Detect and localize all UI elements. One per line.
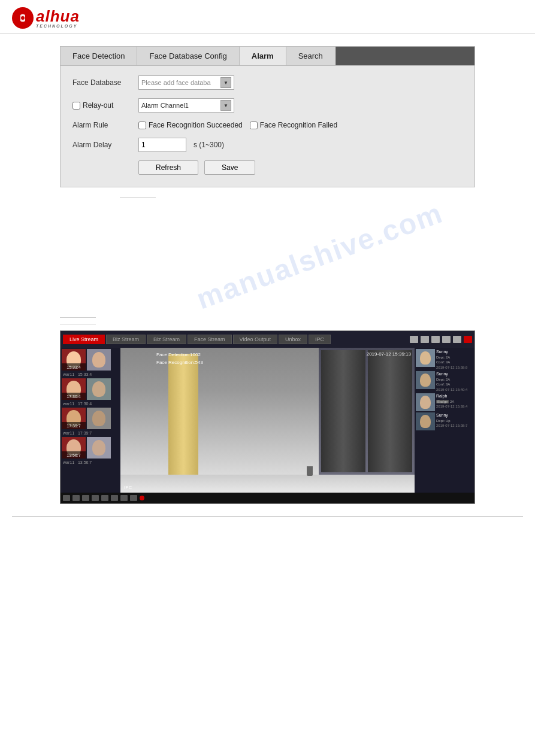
face-database-control: Please add face databa xyxy=(138,75,234,90)
status-icon-8 xyxy=(130,495,137,501)
right-face-info-3: Ralph Badge 2A 2019-07-12 15:39:4 xyxy=(436,393,467,409)
camera-door xyxy=(319,348,415,475)
relay-out-control: Alarm Channel1 xyxy=(138,98,234,113)
tab-face-database-config[interactable]: Face Database Config xyxy=(137,47,239,65)
toolbar-icon-1[interactable] xyxy=(410,336,418,343)
camera-timestamp: 2019-07-12 15:39:13 xyxy=(367,351,411,357)
alarm-delay-input[interactable] xyxy=(138,138,186,152)
face-recognition-failed-label[interactable]: Face Recognition Failed xyxy=(250,121,337,129)
tab-search[interactable]: Search xyxy=(286,47,335,65)
face-database-row: Face Database Please add face databa xyxy=(72,75,463,90)
camera-label: IPC xyxy=(124,485,132,490)
toolbar-icon-2[interactable] xyxy=(421,336,429,343)
relay-out-dropdown-arrow[interactable] xyxy=(220,100,231,111)
relay-out-label: Relay-out xyxy=(83,101,113,110)
camera-pillar xyxy=(168,354,198,487)
relay-out-checkbox[interactable] xyxy=(72,102,80,110)
face-recognition-succeeded-label[interactable]: Face Recognition Succeeded xyxy=(138,121,243,129)
button-row: Refresh Save xyxy=(72,160,463,175)
divider-line-3 xyxy=(60,324,96,324)
toolbar-icons xyxy=(410,336,472,343)
sw-tab-live-stream[interactable]: Live Stream xyxy=(63,335,105,344)
right-face-detail-3: Badge 2A xyxy=(436,399,467,404)
bottom-divider xyxy=(12,516,523,517)
sw-tab-ipc[interactable]: IPC xyxy=(309,335,331,344)
sw-statusbar xyxy=(61,493,474,503)
sw-tab-biz-stream-2[interactable]: Biz Stream xyxy=(147,335,186,344)
relay-out-checkbox-label[interactable]: Relay-out xyxy=(72,101,113,110)
sw-tab-biz-stream-1[interactable]: Biz Stream xyxy=(106,335,146,344)
face-recognition-succeeded-text: Face Recognition Succeeded xyxy=(149,121,243,129)
face-recognition-failed-text: Face Recognition Failed xyxy=(260,121,337,129)
alarm-delay-row: Alarm Delay s (1~300) xyxy=(72,138,463,152)
toolbar-icon-4[interactable] xyxy=(442,336,451,343)
logo-sub-text: TECHNOLOGY xyxy=(36,24,80,28)
logo-text: alhua TECHNOLOGY xyxy=(36,8,80,28)
status-icon-7 xyxy=(120,495,128,501)
face-recognition-succeeded-checkbox[interactable] xyxy=(138,122,146,129)
face-item-1: 15:33:4 xyxy=(62,349,119,371)
right-face-time-3: 2019-07-12 15:39:4 xyxy=(436,404,467,409)
face-thumb-3b xyxy=(87,408,111,429)
face-time-4a: 13:56:7 xyxy=(62,451,86,459)
face-item-4: 13:56:7 xyxy=(62,437,119,459)
right-face-info-4: Sunny Dept: Up 2019-07-12 15:38:7 xyxy=(436,412,467,429)
status-icon-4 xyxy=(92,495,99,501)
main-content: Face Detection Face Database Config Alar… xyxy=(0,34,535,215)
face-database-select[interactable]: Please add face databa xyxy=(138,75,234,90)
alarm-delay-hint: s (1~300) xyxy=(194,141,224,149)
save-button[interactable]: Save xyxy=(204,160,255,175)
sw-tab-unbox[interactable]: Unbox xyxy=(279,335,307,344)
door-panel-left xyxy=(321,350,365,472)
face-thumb-2a: 17:30:4 xyxy=(62,378,86,400)
face-database-placeholder: Please add face databa xyxy=(141,79,220,86)
face-database-dropdown-arrow[interactable] xyxy=(220,77,231,88)
logo-main-text: alhua xyxy=(36,8,80,24)
toolbar-icon-5[interactable] xyxy=(453,336,461,343)
overlay-text: Face Detection:1002 Face Recognition:543 xyxy=(156,351,203,367)
face-thumb-1a: 15:33:4 xyxy=(62,349,86,371)
face-time-2a: 17:30:4 xyxy=(62,393,86,400)
face-item-2: 17:30:4 xyxy=(62,378,119,400)
status-record-indicator xyxy=(140,496,144,500)
trash-can xyxy=(307,466,313,476)
tabs-row: Face Detection Face Database Config Alar… xyxy=(61,47,474,66)
right-face-thumb-2 xyxy=(416,371,435,389)
toolbar-icon-3[interactable] xyxy=(431,336,440,343)
right-face-thumb-1 xyxy=(416,349,435,367)
refresh-button[interactable]: Refresh xyxy=(138,160,198,175)
relay-out-select[interactable]: Alarm Channel1 xyxy=(138,98,234,113)
door-panel-right xyxy=(368,350,412,472)
right-face-3: Ralph Badge 2A 2019-07-12 15:39:4 xyxy=(416,393,473,411)
right-face-thumb-3 xyxy=(416,393,435,411)
right-face-info-1: Sunny Dept: 2AConf: 3A 2019-07-12 15:38:… xyxy=(436,349,467,370)
alarm-rule-row: Alarm Rule Face Recognition Succeeded Fa… xyxy=(72,121,463,129)
logo-icon xyxy=(12,7,34,29)
sw-tab-face-stream[interactable]: Face Stream xyxy=(188,335,232,344)
alarm-delay-control: s (1~300) xyxy=(138,138,224,152)
right-face-name-1: Sunny xyxy=(436,349,467,355)
face-recognition-failed-checkbox[interactable] xyxy=(250,122,258,129)
sw-body: 15:33:4 war11 15:33:4 17:30:4 xyxy=(61,348,474,493)
sw-toolbar: Live Stream Biz Stream Biz Stream Face S… xyxy=(61,331,474,348)
face-thumb-2b xyxy=(87,378,111,400)
toolbar-icon-power[interactable] xyxy=(464,336,472,343)
right-face-2: Sunny Dept: 2AConf: 3A 2019-07-12 15:40:… xyxy=(416,371,473,392)
tab-face-detection[interactable]: Face Detection xyxy=(61,47,137,65)
tab-spacer xyxy=(335,47,474,65)
face-detection-count: Face Detection:1002 xyxy=(156,351,203,359)
right-face-info-2: Sunny Dept: 2AConf: 3A 2019-07-12 15:40:… xyxy=(436,371,467,392)
face-label-2: war11 17:30:4 xyxy=(62,401,119,406)
face-thumb-1b xyxy=(87,349,111,371)
sw-tab-video-output[interactable]: Video Output xyxy=(233,335,277,344)
header: alhua TECHNOLOGY xyxy=(0,0,535,34)
software-screenshot: Live Stream Biz Stream Biz Stream Face S… xyxy=(60,330,475,504)
alarm-rule-group: Face Recognition Succeeded Face Recognit… xyxy=(138,121,337,129)
tab-alarm[interactable]: Alarm xyxy=(240,47,286,65)
face-thumb-3a: 17:39:7 xyxy=(62,408,86,429)
divider-line-2 xyxy=(60,317,96,318)
sw-main-view: Face Detection:1002 Face Recognition:543… xyxy=(120,348,415,493)
right-face-name-2: Sunny xyxy=(436,371,467,377)
right-face-detail-2: Dept: 2AConf: 3A xyxy=(436,377,467,387)
face-label-3: war11 17:39:7 xyxy=(62,430,119,436)
